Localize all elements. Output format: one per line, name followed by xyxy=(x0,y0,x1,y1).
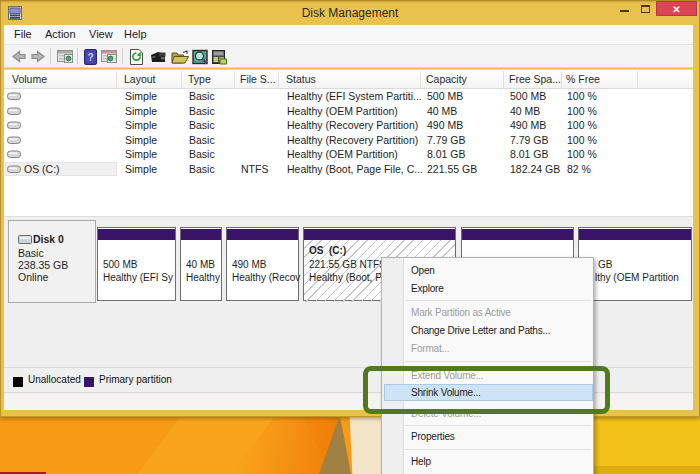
svg-text:?: ? xyxy=(87,52,93,63)
